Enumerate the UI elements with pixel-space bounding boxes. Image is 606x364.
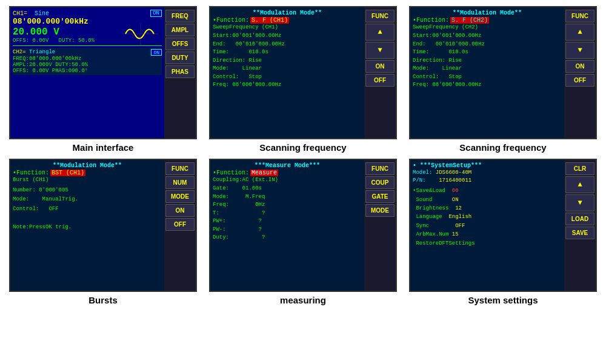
cell-burst: **Modulation Mode** •Function: BST (CH1)… <box>6 159 200 305</box>
main-side-buttons: FREQ AMPL OFFS DUTY PHAS <box>164 7 196 138</box>
scan2-side-buttons: FUNC ▲ ▼ ON OFF <box>564 7 596 138</box>
caption-burst: Bursts <box>88 295 118 305</box>
burst-off-button[interactable]: OFF <box>165 218 195 231</box>
scan2-display: **Modulation Mode** •Function: S. F (CH2… <box>410 7 564 138</box>
measure-coupling: Coupling:AC (Ext.IN) <box>213 177 362 183</box>
caption-system: System settings <box>468 295 538 305</box>
burst-display: **Modulation Mode** •Function: BST (CH1)… <box>10 160 164 291</box>
ch1-on-badge: ON <box>150 10 162 17</box>
scan1-on-button[interactable]: ON <box>365 60 395 73</box>
cell-system: • ***SystemSetup*** Model: JDS6600-40M P… <box>406 159 600 305</box>
ch1-section: CH1= Sine ON 08'000.000'00kHz 20.000 V O… <box>13 10 162 46</box>
scan1-off-button[interactable]: OFF <box>365 74 395 87</box>
measure-func-prefix: •Function: <box>213 170 249 176</box>
cell-scan2: **Modulation Mode** •Function: S. F (CH2… <box>406 6 600 153</box>
scan1-title: **Modulation Mode** <box>213 10 362 16</box>
ampl-button[interactable]: AMPL <box>165 24 195 36</box>
duty-button[interactable]: DUTY <box>165 51 195 64</box>
ch1-label: CH1= Sine <box>13 10 49 17</box>
screen-system: • ***SystemSetup*** Model: JDS6600-40M P… <box>409 159 597 292</box>
measure-params: Gate: 01.00s Mode: M.Freq Freq: 0Hz T: ?… <box>213 185 362 242</box>
measure-gate-button[interactable]: GATE <box>365 190 395 203</box>
cell-main: CH1= Sine ON 08'000.000'00kHz 20.000 V O… <box>6 6 200 153</box>
burst-mode-button[interactable]: MODE <box>165 190 195 203</box>
system-settings: •Save&Load 00 Sound ON Brightness 12 Lan… <box>413 187 562 248</box>
burst-subtitle: Burst (CH1) <box>13 177 162 183</box>
scan1-side-buttons: FUNC ▲ ▼ ON OFF <box>364 7 396 138</box>
ch2-freq: FREQ:08'000.000'00kHz <box>13 56 162 62</box>
measure-func-button[interactable]: FUNC <box>365 162 395 175</box>
measure-display: ***Measure Mode*** •Function: Measure Co… <box>210 160 364 291</box>
scan2-func-val: S. F (CH2) <box>450 17 489 24</box>
scan1-up-button[interactable]: ▲ <box>365 24 395 41</box>
scan1-subtitle: SweepFrequency (CH1) <box>213 24 362 30</box>
screen-measure: ***Measure Mode*** •Function: Measure Co… <box>209 159 397 292</box>
ch2-on-badge: ON <box>151 49 162 56</box>
caption-scan2: Scanning frequency <box>459 142 546 153</box>
scan1-display: **Modulation Mode** •Function: S. F (CH1… <box>210 7 364 138</box>
burst-func-prefix: •Function: <box>13 170 49 176</box>
scan2-on-button[interactable]: ON <box>565 60 594 73</box>
burst-num-button[interactable]: NUM <box>165 176 195 189</box>
ch2-section: CH2= Triangle ON FREQ:08'000.000'00kHz A… <box>13 48 162 75</box>
caption-scan1: Scanning frequency <box>259 142 346 153</box>
scan2-down-button[interactable]: ▼ <box>565 42 594 59</box>
scan2-func-prefix: •Function: <box>413 17 449 24</box>
burst-func-line: •Function: BST (CH1) <box>13 170 162 176</box>
screen-scan2: **Modulation Mode** •Function: S. F (CH2… <box>409 6 597 139</box>
main-grid: CH1= Sine ON 08'000.000'00kHz 20.000 V O… <box>0 0 606 311</box>
ch1-volt: 20.000 V <box>13 27 59 38</box>
system-up-button[interactable]: ▲ <box>565 176 594 193</box>
scan2-func-button[interactable]: FUNC <box>565 10 594 22</box>
measure-func-line: •Function: Measure <box>213 170 362 176</box>
measure-title: ***Measure Mode*** <box>213 162 362 169</box>
cell-measure: ***Measure Mode*** •Function: Measure Co… <box>206 159 400 305</box>
burst-side-buttons: FUNC NUM MODE ON OFF <box>164 160 196 291</box>
burst-func-button[interactable]: FUNC <box>165 162 195 175</box>
measure-side-buttons: FUNC COUP GATE MODE <box>364 160 396 291</box>
scan2-func-line: •Function: S. F (CH2) <box>413 17 562 24</box>
scan1-params: Start:00'001'000.00Hz End: 00'010'000.00… <box>213 32 362 90</box>
scan1-func-line: •Function: S. F (CH1) <box>213 17 362 24</box>
scan2-title: **Modulation Mode** <box>413 10 562 16</box>
system-display: • ***SystemSetup*** Model: JDS6600-40M P… <box>410 160 564 291</box>
caption-measure: measuring <box>280 295 326 305</box>
scan2-subtitle: SweepFrequency (CH2) <box>413 24 562 30</box>
system-info: Model: JDS6600-40M P/N: 1716400011 <box>413 169 562 184</box>
ch2-ampl: AMPL:20.000V DUTY:50.0% <box>13 62 162 68</box>
ch1-waveform <box>122 24 159 45</box>
scan2-up-button[interactable]: ▲ <box>565 24 594 41</box>
scan1-func-val: S. F (CH1) <box>250 17 289 24</box>
system-load-button[interactable]: LOAD <box>565 213 594 225</box>
main-display: CH1= Sine ON 08'000.000'00kHz 20.000 V O… <box>10 7 164 138</box>
cell-scan1: **Modulation Mode** •Function: S. F (CH1… <box>206 6 400 153</box>
offs-button[interactable]: OFFS <box>165 38 195 50</box>
measure-func-val: Measure <box>250 170 278 176</box>
system-clr-button[interactable]: CLR <box>565 162 594 175</box>
phas-button[interactable]: PHAS <box>165 65 195 78</box>
scan2-off-button[interactable]: OFF <box>565 74 594 87</box>
burst-on-button[interactable]: ON <box>165 204 195 217</box>
system-save-button[interactable]: SAVE <box>565 227 594 239</box>
scan2-params: Start:00'001'000.00Hz End: 00'010'000.00… <box>413 32 562 90</box>
burst-func-val: BST (CH1) <box>50 170 85 176</box>
caption-main: Main interface <box>73 142 134 153</box>
system-side-buttons: CLR ▲ ▼ LOAD SAVE <box>564 160 596 291</box>
ch2-offs: OFFS: 0.00V PHAS:090.0° <box>13 68 162 74</box>
system-title: • ***SystemSetup*** <box>413 162 562 169</box>
burst-params: Number: 0'000'005 Mode: ManualTrig. Cont… <box>13 186 162 232</box>
burst-title: **Modulation Mode** <box>13 162 162 169</box>
system-down-button[interactable]: ▼ <box>565 194 594 211</box>
scan1-func-prefix: •Function: <box>213 17 249 24</box>
scan1-func-button[interactable]: FUNC <box>365 10 395 22</box>
measure-mode-button[interactable]: MODE <box>365 204 395 217</box>
ch1-header: CH1= Sine ON <box>13 10 162 17</box>
screen-scan1: **Modulation Mode** •Function: S. F (CH1… <box>209 6 397 139</box>
measure-coup-button[interactable]: COUP <box>365 176 395 189</box>
screen-main: CH1= Sine ON 08'000.000'00kHz 20.000 V O… <box>9 6 197 139</box>
freq-button[interactable]: FREQ <box>165 10 195 22</box>
screen-burst: **Modulation Mode** •Function: BST (CH1)… <box>9 159 197 292</box>
scan1-down-button[interactable]: ▼ <box>365 42 395 59</box>
